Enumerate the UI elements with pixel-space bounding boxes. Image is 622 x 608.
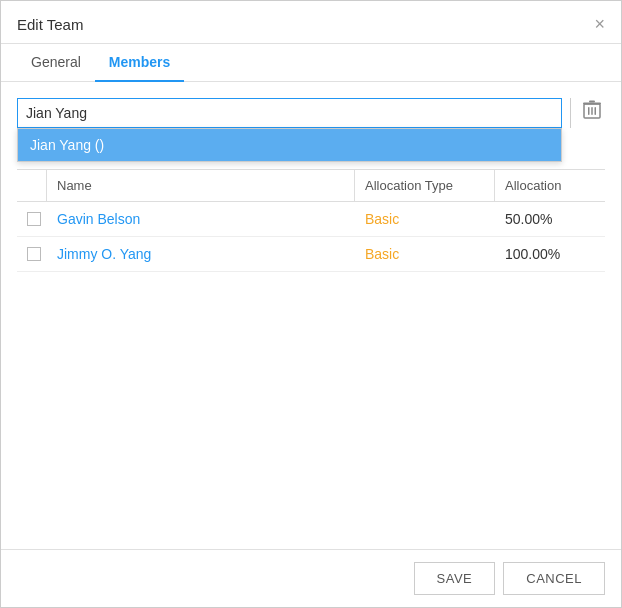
svg-rect-2 (591, 107, 593, 115)
search-input-wrap: Jian Yang () (17, 98, 562, 128)
row-alloc-val-1: 50.00% (495, 202, 605, 236)
dropdown-item[interactable]: Jian Yang () (18, 129, 561, 161)
checkbox-gavin[interactable] (27, 212, 41, 226)
tab-members[interactable]: Members (95, 44, 184, 82)
table-header: Name Allocation Type Allocation (17, 169, 605, 202)
member-search-input[interactable] (17, 98, 562, 128)
tab-bar: General Members (1, 44, 621, 82)
vertical-divider (570, 98, 571, 128)
col-header-name: Name (47, 170, 355, 201)
delete-button[interactable] (579, 96, 605, 129)
col-header-checkbox (17, 170, 47, 201)
row-name-1[interactable]: Gavin Belson (47, 202, 355, 236)
row-alloc-type-2: Basic (355, 237, 495, 271)
save-button[interactable]: SAVE (414, 562, 496, 595)
members-table: Name Allocation Type Allocation Gavin Be… (17, 169, 605, 272)
modal-footer: SAVE CANCEL (1, 549, 621, 607)
row-checkbox-2[interactable] (17, 238, 47, 270)
svg-rect-4 (583, 103, 601, 105)
checkbox-jimmy[interactable] (27, 247, 41, 261)
table-row: Jimmy O. Yang Basic 100.00% (17, 237, 605, 272)
search-dropdown: Jian Yang () (17, 128, 562, 162)
cancel-button[interactable]: CANCEL (503, 562, 605, 595)
tab-general[interactable]: General (17, 44, 95, 82)
row-alloc-type-1: Basic (355, 202, 495, 236)
svg-rect-5 (589, 101, 595, 103)
col-header-allocation-type: Allocation Type (355, 170, 495, 201)
modal-title: Edit Team (17, 16, 83, 33)
row-name-2[interactable]: Jimmy O. Yang (47, 237, 355, 271)
row-checkbox-1[interactable] (17, 203, 47, 235)
col-header-allocation: Allocation (495, 170, 605, 201)
search-row: Jian Yang () (17, 96, 605, 129)
close-button[interactable]: × (594, 15, 605, 33)
edit-team-modal: Edit Team × General Members Jian Yang () (0, 0, 622, 608)
table-row: Gavin Belson Basic 50.00% (17, 202, 605, 237)
modal-header: Edit Team × (1, 1, 621, 44)
svg-rect-1 (588, 107, 590, 115)
svg-rect-3 (595, 107, 597, 115)
row-alloc-val-2: 100.00% (495, 237, 605, 271)
modal-body: Jian Yang () Name Allocation Ty (1, 82, 621, 549)
